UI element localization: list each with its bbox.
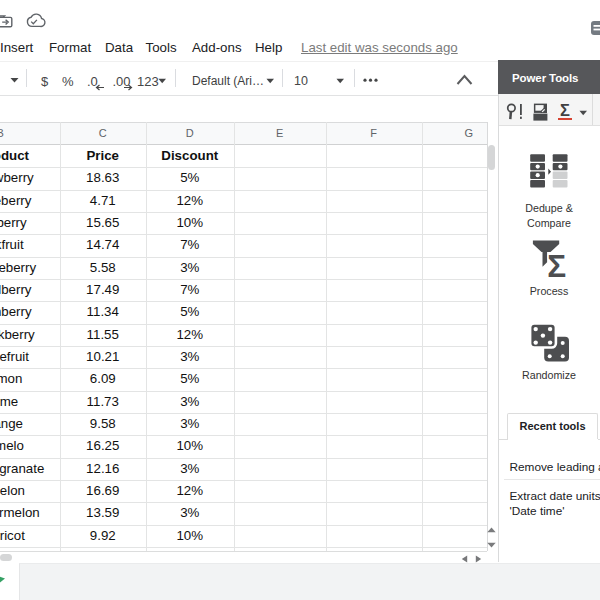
svg-text:Σ: Σ	[547, 248, 566, 281]
